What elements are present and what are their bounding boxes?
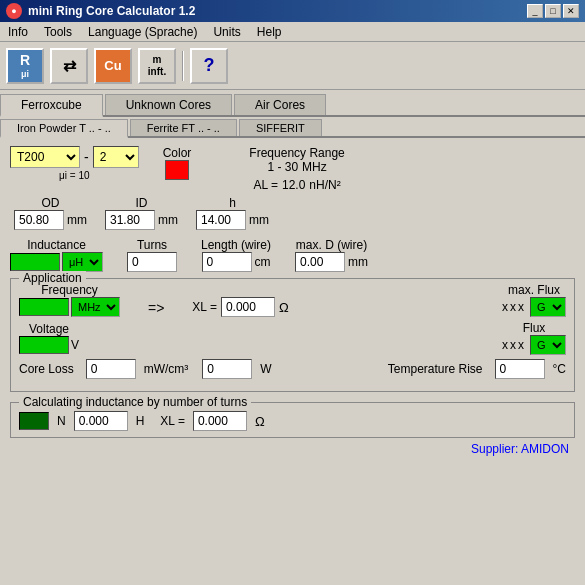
freq-range-unit: MHz [302, 160, 327, 174]
dimensions-row: OD 50.80 mm ID 31.80 mm h 14.00 mm [14, 196, 575, 230]
inductance-input[interactable] [10, 253, 60, 271]
al-value: 12.0 [282, 178, 305, 192]
result-xl-unit: Ω [255, 414, 265, 429]
minimize-button[interactable]: _ [527, 4, 543, 18]
max-flux-unit-select[interactable]: G [530, 297, 566, 317]
toolbar: R μi ⇄ Cu m inft. ? [0, 42, 585, 90]
result-title: Calculating inductance by number of turn… [19, 395, 251, 409]
al-unit: nH/N² [309, 178, 340, 192]
tab-air-cores[interactable]: Air Cores [234, 94, 326, 115]
flux-label: Flux [523, 321, 546, 335]
xl-value: 0.000 [221, 297, 275, 317]
xl-label: XL = [192, 300, 217, 314]
tabs-row1: Ferroxcube Unknown Cores Air Cores [0, 90, 585, 117]
tab-sifferit[interactable]: SIFFERIT [239, 119, 322, 136]
temp-rise-unit: °C [553, 362, 566, 376]
core-loss-w-unit: W [260, 362, 271, 376]
max-flux-xxx: xxx [502, 300, 526, 314]
toolbar-help-button[interactable]: ? [190, 48, 228, 84]
menu-help[interactable]: Help [253, 24, 286, 40]
tab-unknown-cores[interactable]: Unknown Cores [105, 94, 232, 115]
result-xl-label: XL = [160, 414, 185, 428]
main-content: T200 - 2 μi = 10 Color Frequency Range 1… [0, 138, 585, 464]
close-button[interactable]: ✕ [563, 4, 579, 18]
result-group: Calculating inductance by number of turn… [10, 402, 575, 438]
max-d-wire-label: max. D (wire) [296, 238, 367, 252]
toolbar-rmu-button[interactable]: R μi [6, 48, 44, 84]
id-label: ID [136, 196, 148, 210]
color-label: Color [163, 146, 192, 160]
temp-rise-value: 0 [495, 359, 545, 379]
menu-info[interactable]: Info [4, 24, 32, 40]
id-value: 31.80 [105, 210, 155, 230]
h-unit: mm [249, 213, 269, 227]
supplier-label: Supplier: AMIDON [10, 442, 569, 456]
dash-label: - [84, 149, 89, 165]
result-h-value: 0.000 [74, 411, 128, 431]
core-selection-row: T200 - 2 μi = 10 Color Frequency Range 1… [10, 146, 575, 192]
result-n-label: N [57, 414, 66, 428]
wire-length-value: 0 [202, 252, 252, 272]
mu-label: μi = [59, 170, 76, 181]
freq-range-label: Frequency Range [249, 146, 344, 160]
core-loss-value: 0 [86, 359, 136, 379]
menu-units[interactable]: Units [209, 24, 244, 40]
maximize-button[interactable]: □ [545, 4, 561, 18]
freq-range-value: 1 - 30 [267, 160, 298, 174]
id-unit: mm [158, 213, 178, 227]
od-unit: mm [67, 213, 87, 227]
turns-label: Turns [137, 238, 167, 252]
voltage-input[interactable] [19, 336, 69, 354]
core-series-select[interactable]: T200 [10, 146, 80, 168]
application-title: Application [19, 271, 86, 285]
menu-language[interactable]: Language (Sprache) [84, 24, 201, 40]
core-loss-row: Core Loss 0 mW/cm³ 0 W Temperature Rise … [19, 359, 566, 379]
toolbar-cu-button[interactable]: Cu [94, 48, 132, 84]
wire-length-label: Length (wire) [201, 238, 271, 252]
core-number-select[interactable]: 2 [93, 146, 139, 168]
menu-tools[interactable]: Tools [40, 24, 76, 40]
app-icon: ● [6, 3, 22, 19]
core-loss-unit: mW/cm³ [144, 362, 189, 376]
toolbar-minft-button[interactable]: m inft. [138, 48, 176, 84]
tab-ferroxcube[interactable]: Ferroxcube [0, 94, 103, 117]
result-n-indicator [19, 412, 49, 430]
core-loss-w-value: 0 [202, 359, 252, 379]
xl-unit: Ω [279, 300, 289, 315]
frequency-input[interactable] [19, 298, 69, 316]
temp-rise-label: Temperature Rise [388, 362, 483, 376]
tab-iron-powder[interactable]: Iron Powder T .. - .. [0, 119, 128, 138]
flux-xxx: xxx [502, 338, 526, 352]
mu-value: 10 [78, 170, 89, 181]
frequency-label: Frequency [41, 283, 98, 297]
wire-length-unit: cm [255, 255, 271, 269]
inductance-row: Inductance μH Turns 0 Length (wire) 0 cm… [10, 238, 575, 272]
title-bar: ● mini Ring Core Calculator 1.2 _ □ ✕ [0, 0, 585, 22]
menu-bar: Info Tools Language (Sprache) Units Help [0, 22, 585, 42]
arrow-label: => [148, 300, 164, 316]
od-label: OD [42, 196, 60, 210]
toolbar-separator [182, 51, 184, 81]
h-label: h [229, 196, 236, 210]
window-controls: _ □ ✕ [527, 4, 579, 18]
color-swatch [165, 160, 189, 180]
toolbar-transfer-button[interactable]: ⇄ [50, 48, 88, 84]
inductance-label: Inductance [27, 238, 86, 252]
core-loss-label: Core Loss [19, 362, 74, 376]
window-title: mini Ring Core Calculator 1.2 [28, 4, 195, 18]
result-h-unit: H [136, 414, 145, 428]
frequency-unit-select[interactable]: MHz [71, 297, 120, 317]
od-value: 50.80 [14, 210, 64, 230]
voltage-unit: V [71, 338, 79, 352]
voltage-row: Voltage V Flux xxx G [19, 321, 566, 355]
turns-value: 0 [127, 252, 177, 272]
max-d-wire-unit: mm [348, 255, 368, 269]
application-group: Application Frequency MHz => XL = 0.000 … [10, 278, 575, 392]
flux-unit-select[interactable]: G [530, 335, 566, 355]
h-value: 14.00 [196, 210, 246, 230]
inductance-unit-select[interactable]: μH [62, 252, 103, 272]
al-label: AL = [253, 178, 278, 192]
max-d-wire-value: 0.00 [295, 252, 345, 272]
tab-ferrite-ft[interactable]: Ferrite FT .. - .. [130, 119, 237, 136]
voltage-label: Voltage [29, 322, 69, 336]
